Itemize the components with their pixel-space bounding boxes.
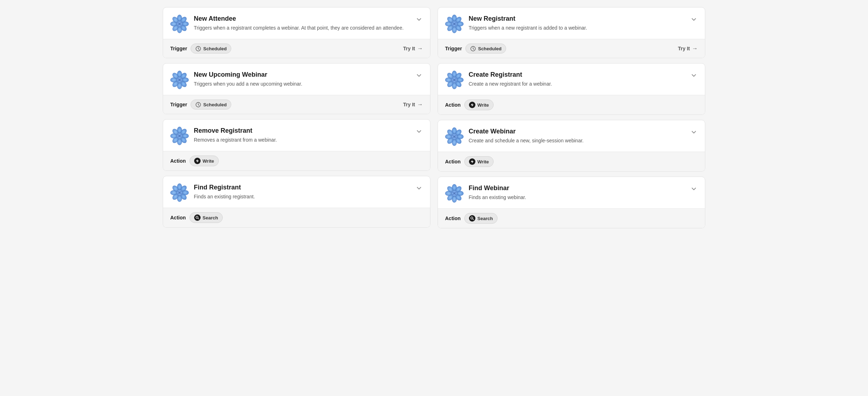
- footer-left: Action Write: [445, 156, 494, 167]
- svg-point-57: [178, 192, 181, 194]
- expand-button[interactable]: [414, 71, 424, 82]
- card-header: Find Registrant Finds an existing regist…: [163, 176, 430, 208]
- card-header: New Upcoming Webinar Triggers when you a…: [163, 64, 430, 95]
- left-column: New Attendee Triggers when a registrant …: [163, 7, 430, 228]
- badge-write: Write: [464, 100, 494, 110]
- badge-label: Scheduled: [203, 102, 227, 107]
- clock-icon: [195, 46, 201, 51]
- expand-button[interactable]: [689, 71, 698, 82]
- app-icon: [445, 127, 464, 146]
- clock-icon: [195, 102, 201, 107]
- svg-point-28: [181, 78, 182, 80]
- main-grid: New Attendee Triggers when a registrant …: [163, 7, 705, 228]
- card-description: Finds an existing registrant.: [194, 193, 423, 200]
- footer-left: Action Search: [445, 213, 498, 224]
- lightning-icon: [469, 102, 475, 108]
- card-title: New Upcoming Webinar: [194, 71, 423, 79]
- svg-point-77: [455, 25, 456, 26]
- svg-point-108: [455, 137, 456, 138]
- svg-point-10: [178, 22, 179, 24]
- card-description: Create and schedule a new, single-sessio…: [469, 137, 698, 144]
- try-it-button[interactable]: Try It →: [403, 45, 423, 52]
- svg-point-60: [178, 193, 179, 194]
- badge-label: Search: [203, 215, 218, 220]
- svg-point-91: [453, 78, 454, 80]
- svg-point-9: [178, 23, 181, 25]
- arrow-right-icon: →: [417, 45, 423, 52]
- lightning-icon: [194, 158, 201, 164]
- card-content: Find Webinar Finds an existing webinar.: [469, 184, 698, 201]
- footer-type-label: Action: [170, 215, 186, 220]
- footer-left: Action Write: [170, 156, 219, 166]
- card-find-webinar: Find Webinar Finds an existing webinar. …: [438, 177, 705, 228]
- try-it-button[interactable]: Try It →: [403, 101, 423, 108]
- footer-type-label: Trigger: [445, 46, 462, 51]
- card-description: Triggers when you add a new upcoming web…: [194, 80, 423, 88]
- card-title: Find Webinar: [469, 184, 698, 192]
- svg-point-47: [181, 137, 182, 138]
- card-content: New Registrant Triggers when a new regis…: [469, 15, 698, 32]
- svg-point-94: [455, 81, 456, 82]
- card-find-registrant: Find Registrant Finds an existing regist…: [163, 176, 430, 228]
- expand-button[interactable]: [414, 183, 424, 194]
- lightning-icon: [469, 158, 475, 165]
- svg-point-73: [453, 23, 455, 25]
- expand-button[interactable]: [414, 127, 424, 138]
- svg-point-106: [455, 135, 456, 136]
- card-header: Find Webinar Finds an existing webinar.: [438, 177, 705, 208]
- card-header: Create Registrant Create a new registran…: [438, 64, 705, 95]
- expand-button[interactable]: [689, 15, 698, 26]
- badge-scheduled: Scheduled: [191, 100, 231, 110]
- card-footer: Trigger Scheduled Try It →: [163, 39, 430, 58]
- footer-left: Trigger Scheduled: [445, 44, 506, 54]
- svg-point-76: [453, 25, 454, 26]
- svg-point-12: [178, 25, 179, 26]
- badge-label: Write: [478, 102, 489, 108]
- expand-button[interactable]: [689, 127, 698, 138]
- svg-point-26: [178, 79, 181, 81]
- svg-point-61: [181, 193, 182, 194]
- footer-left: Trigger Scheduled: [170, 44, 231, 54]
- svg-point-122: [455, 194, 456, 195]
- expand-button[interactable]: [689, 184, 698, 195]
- badge-scheduled: Scheduled: [191, 44, 231, 54]
- svg-point-107: [453, 137, 454, 138]
- svg-point-74: [453, 22, 454, 24]
- card-remove-registrant: Remove Registrant Removes a registrant f…: [163, 119, 430, 171]
- card-description: Triggers when a new registrant is added …: [469, 24, 698, 32]
- badge-label: Scheduled: [203, 46, 227, 51]
- app-icon: [170, 127, 189, 145]
- footer-type-label: Trigger: [170, 102, 187, 107]
- svg-point-90: [453, 79, 455, 81]
- footer-type-label: Action: [445, 159, 461, 164]
- svg-point-13: [181, 25, 182, 26]
- svg-point-45: [181, 134, 182, 136]
- svg-line-80: [473, 49, 474, 49]
- arrow-right-icon: →: [692, 45, 698, 52]
- card-footer: Action Write: [438, 95, 705, 115]
- try-it-label: Try It: [678, 46, 690, 51]
- card-description: Create a new registrant for a webinar.: [469, 80, 698, 88]
- badge-scheduled: Scheduled: [465, 44, 506, 54]
- arrow-right-icon: →: [417, 101, 423, 108]
- card-footer: Trigger Scheduled Try It →: [438, 39, 705, 58]
- expand-button[interactable]: [414, 15, 424, 26]
- try-it-button[interactable]: Try It →: [678, 45, 698, 52]
- card-title: Find Registrant: [194, 183, 423, 192]
- card-content: Create Webinar Create and schedule a new…: [469, 127, 698, 144]
- card-footer: Action Write: [163, 151, 430, 171]
- badge-write: Write: [464, 156, 494, 167]
- app-icon: [170, 71, 189, 89]
- badge-search: Search: [190, 212, 223, 223]
- footer-type-label: Action: [445, 215, 461, 221]
- try-it-label: Try It: [403, 102, 415, 107]
- card-title: New Registrant: [469, 15, 698, 23]
- app-icon: [170, 183, 189, 202]
- svg-point-121: [453, 194, 454, 195]
- card-title: Remove Registrant: [194, 127, 423, 135]
- try-it-label: Try It: [403, 46, 415, 51]
- clock-icon: [470, 46, 476, 51]
- card-description: Removes a registrant from a webinar.: [194, 136, 423, 144]
- card-footer: Action Write: [438, 152, 705, 171]
- svg-point-43: [178, 135, 181, 137]
